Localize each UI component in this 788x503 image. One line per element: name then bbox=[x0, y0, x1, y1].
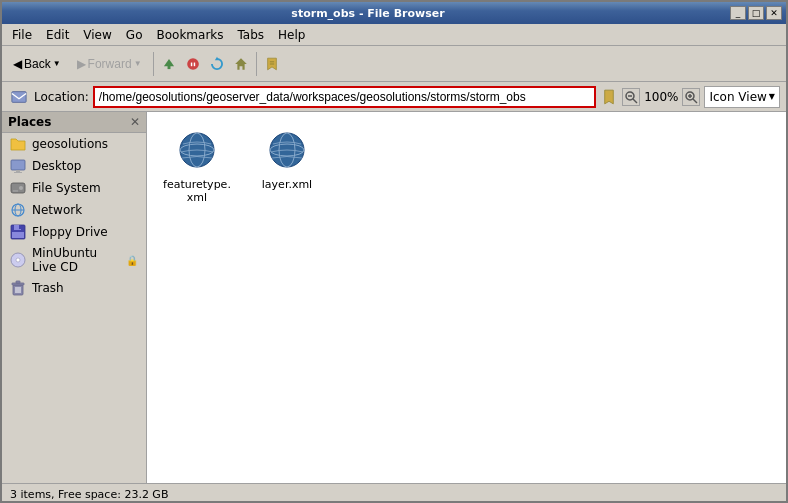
back-button[interactable]: ◀ Back ▼ bbox=[6, 50, 68, 78]
menu-go[interactable]: Go bbox=[120, 26, 149, 44]
title-bar-text: storm_obs - File Browser bbox=[6, 7, 730, 20]
main-area: Places ✕ geosolutionsDesktopFile SystemN… bbox=[2, 112, 786, 483]
svg-marker-0 bbox=[163, 58, 173, 65]
svg-rect-4 bbox=[193, 62, 194, 66]
svg-rect-1 bbox=[167, 65, 170, 69]
svg-rect-18 bbox=[16, 170, 20, 172]
view-dropdown-arrow: ▼ bbox=[769, 92, 775, 101]
svg-rect-9 bbox=[12, 91, 26, 102]
forward-button[interactable]: ▶ Forward ▼ bbox=[70, 50, 149, 78]
view-selector[interactable]: Icon View ▼ bbox=[704, 86, 780, 108]
menu-bookmarks[interactable]: Bookmarks bbox=[150, 26, 229, 44]
svg-point-21 bbox=[19, 186, 23, 190]
maximize-button[interactable]: □ bbox=[748, 6, 764, 20]
sidebar-item-file-system[interactable]: File System bbox=[2, 177, 146, 199]
svg-rect-19 bbox=[14, 172, 22, 173]
toolbar-separator-1 bbox=[153, 52, 154, 76]
sidebar-item-label: Floppy Drive bbox=[32, 225, 108, 239]
sidebar-item-label: Network bbox=[32, 203, 82, 217]
bookmark-button[interactable] bbox=[261, 53, 283, 75]
sidebar-items-container: geosolutionsDesktopFile SystemNetworkFlo… bbox=[2, 133, 146, 299]
sidebar-item-geosolutions[interactable]: geosolutions bbox=[2, 133, 146, 155]
up-button[interactable] bbox=[158, 53, 180, 75]
sidebar-item-label: Trash bbox=[32, 281, 64, 295]
sidebar: Places ✕ geosolutionsDesktopFile SystemN… bbox=[2, 112, 147, 483]
file-item[interactable]: featuretype.xml bbox=[157, 122, 237, 208]
location-bookmark-icon[interactable] bbox=[600, 86, 618, 108]
back-dropdown-arrow: ▼ bbox=[53, 59, 61, 68]
svg-marker-6 bbox=[235, 58, 247, 70]
status-bar: 3 items, Free space: 23.2 GB bbox=[2, 483, 786, 503]
zoom-percent: 100% bbox=[644, 90, 678, 104]
sidebar-item-label: File System bbox=[32, 181, 101, 195]
sidebar-item-trash[interactable]: Trash bbox=[2, 277, 146, 299]
location-label: Location: bbox=[34, 90, 89, 104]
menu-edit[interactable]: Edit bbox=[40, 26, 75, 44]
sidebar-item-label: Desktop bbox=[32, 159, 82, 173]
file-item[interactable]: layer.xml bbox=[247, 122, 327, 208]
sidebar-header: Places ✕ bbox=[2, 112, 146, 133]
location-bar: Location: 100% Icon View ▼ bbox=[2, 82, 786, 112]
file-label: featuretype.xml bbox=[161, 178, 233, 204]
file-label: layer.xml bbox=[262, 178, 312, 191]
zoom-in-button[interactable] bbox=[682, 88, 700, 106]
sidebar-item-network[interactable]: Network bbox=[2, 199, 146, 221]
sidebar-item-label: geosolutions bbox=[32, 137, 108, 151]
network-icon bbox=[10, 202, 26, 218]
svg-rect-3 bbox=[190, 62, 191, 66]
close-button[interactable]: ✕ bbox=[766, 6, 782, 20]
view-mode-label: Icon View bbox=[709, 90, 766, 104]
menu-help[interactable]: Help bbox=[272, 26, 311, 44]
forward-label: Forward bbox=[88, 57, 132, 71]
svg-line-11 bbox=[633, 99, 637, 103]
lock-icon: 🔒 bbox=[126, 255, 138, 266]
toolbar: ◀ Back ▼ ▶ Forward ▼ bbox=[2, 46, 786, 82]
trash-icon bbox=[10, 280, 26, 296]
location-icon[interactable] bbox=[8, 86, 30, 108]
harddisk-icon bbox=[10, 180, 26, 196]
title-bar: storm_obs - File Browser _ □ ✕ bbox=[2, 2, 786, 24]
sidebar-item-desktop[interactable]: Desktop bbox=[2, 155, 146, 177]
svg-point-2 bbox=[187, 58, 199, 70]
forward-dropdown-arrow: ▼ bbox=[134, 59, 142, 68]
file-area[interactable]: featuretype.xml layer.xml bbox=[147, 112, 786, 483]
minimize-button[interactable]: _ bbox=[730, 6, 746, 20]
location-input[interactable] bbox=[93, 86, 596, 108]
svg-line-14 bbox=[693, 99, 697, 103]
file-icon bbox=[263, 126, 311, 174]
sidebar-item-floppy-drive[interactable]: Floppy Drive bbox=[2, 221, 146, 243]
svg-rect-29 bbox=[12, 232, 24, 238]
svg-point-31 bbox=[16, 258, 20, 262]
svg-rect-28 bbox=[19, 225, 21, 229]
back-arrow-icon: ◀ bbox=[13, 57, 22, 71]
status-text: 3 items, Free space: 23.2 GB bbox=[10, 488, 168, 501]
reload-button[interactable] bbox=[206, 53, 228, 75]
menu-tabs[interactable]: Tabs bbox=[232, 26, 271, 44]
menu-bar: File Edit View Go Bookmarks Tabs Help bbox=[2, 24, 786, 46]
floppy-icon bbox=[10, 224, 26, 240]
toolbar-separator-2 bbox=[256, 52, 257, 76]
folder-icon bbox=[10, 136, 26, 152]
cd-icon bbox=[10, 252, 26, 268]
svg-rect-34 bbox=[16, 281, 20, 283]
svg-rect-17 bbox=[11, 160, 25, 170]
back-label: Back bbox=[24, 57, 51, 71]
menu-file[interactable]: File bbox=[6, 26, 38, 44]
stop-button[interactable] bbox=[182, 53, 204, 75]
zoom-out-button[interactable] bbox=[622, 88, 640, 106]
forward-arrow-icon: ▶ bbox=[77, 57, 86, 71]
menu-view[interactable]: View bbox=[77, 26, 117, 44]
sidebar-close-button[interactable]: ✕ bbox=[130, 115, 140, 129]
title-bar-buttons: _ □ ✕ bbox=[730, 6, 782, 20]
sidebar-title: Places bbox=[8, 115, 51, 129]
sidebar-item-minubuntu-live-cd[interactable]: MinUbuntu Live CD🔒 bbox=[2, 243, 146, 277]
home-button[interactable] bbox=[230, 53, 252, 75]
sidebar-item-label: MinUbuntu Live CD bbox=[32, 246, 118, 274]
file-icon bbox=[173, 126, 221, 174]
desktop-icon bbox=[10, 158, 26, 174]
